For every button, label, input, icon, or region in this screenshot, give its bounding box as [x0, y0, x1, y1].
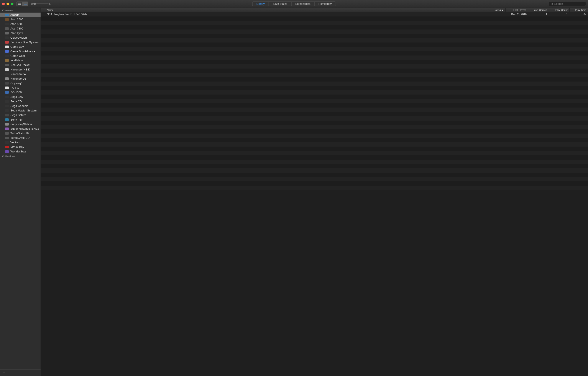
- table-row-empty: [41, 129, 588, 134]
- sidebar-item-label: Sony PlayStation: [11, 123, 32, 126]
- console-icon: [5, 109, 9, 112]
- svg-rect-1: [19, 3, 20, 3]
- slider-track[interactable]: [33, 3, 49, 4]
- console-icon: [5, 141, 9, 144]
- sidebar-item-neogeo-pocket[interactable]: NeoGeo Pocket: [0, 63, 41, 67]
- sidebar-item-game-gear[interactable]: Game Gear: [0, 53, 41, 58]
- sidebar-item-intellivision[interactable]: Intellivision: [0, 58, 41, 63]
- table-row-empty: [41, 47, 588, 51]
- console-icon: [5, 105, 9, 107]
- sidebar-item-vectrex[interactable]: Vectrex: [0, 140, 41, 145]
- tab-screenshots[interactable]: Screenshots: [291, 2, 314, 6]
- sidebar-item-label: Game Boy: [11, 45, 24, 48]
- close-window-button[interactable]: [2, 3, 5, 5]
- sidebar-item-arcade[interactable]: Arcade: [0, 13, 41, 17]
- tab-save-states[interactable]: Save States: [269, 2, 291, 6]
- list-view-button[interactable]: [22, 2, 28, 6]
- sidebar-item-colecovision[interactable]: ColecoVision: [0, 35, 41, 40]
- sidebar-item-game-boy-advance[interactable]: Game Boy Advance: [0, 49, 41, 53]
- grid-view-button[interactable]: [17, 2, 22, 6]
- sidebar-item-nintendo-nes-[interactable]: Nintendo (NES): [0, 67, 41, 72]
- grid-icon: [18, 3, 21, 5]
- sidebar-item-label: Sega CD: [11, 100, 22, 103]
- sidebar-item-atari-5200[interactable]: Atari 5200: [0, 22, 41, 26]
- sidebar-item-turbografx-cd[interactable]: TurboGrafx-CD: [0, 136, 41, 140]
- sidebar-item-atari-2600[interactable]: Atari 2600: [0, 17, 41, 22]
- minimize-window-button[interactable]: [7, 3, 9, 5]
- console-icon: [5, 18, 9, 21]
- sidebar-item-wonderswan[interactable]: WonderSwan: [0, 149, 41, 154]
- sidebar-scroll[interactable]: ConsolesArcadeAtari 2600Atari 5200Atari …: [0, 8, 41, 369]
- column-save-games[interactable]: Save Games: [528, 8, 549, 12]
- table-row-empty: [41, 186, 588, 190]
- sidebar-item-turbografx-16[interactable]: TurboGrafx-16: [0, 131, 41, 136]
- zoom-window-button[interactable]: [11, 3, 13, 5]
- table-row-empty: [41, 155, 588, 160]
- sidebar-item-label: Nintendo 64: [11, 73, 26, 76]
- cell-save: 1: [528, 13, 549, 16]
- sidebar-item-nintendo-ds[interactable]: Nintendo DS: [0, 76, 41, 81]
- tab-homebrew[interactable]: Homebrew: [315, 2, 335, 6]
- column-last-played[interactable]: Last Played: [505, 8, 528, 12]
- sidebar-item-game-boy[interactable]: Game Boy: [0, 44, 41, 49]
- table-row-empty: [41, 112, 588, 116]
- sidebar-item-label: SG-1000: [11, 91, 22, 94]
- app-window: LibrarySave StatesScreenshotsHomebrew Co…: [0, 0, 588, 376]
- sidebar-item-sega-saturn[interactable]: Sega Saturn: [0, 113, 41, 117]
- column-play-time[interactable]: Play Time: [570, 8, 588, 12]
- sidebar-item-sega-32x[interactable]: Sega 32X: [0, 94, 41, 99]
- console-icon: [5, 100, 9, 103]
- table-row[interactable]: NBA Hangtime (rev L1.1 04/16/96)Dec 25, …: [41, 12, 588, 16]
- column-play-count[interactable]: Play Count: [549, 8, 570, 12]
- sidebar-item-virtual-boy[interactable]: Virtual Boy: [0, 145, 41, 149]
- sidebar-item-sega-cd[interactable]: Sega CD: [0, 99, 41, 104]
- svg-rect-3: [18, 4, 19, 5]
- console-icon: [5, 14, 9, 16]
- sidebar-item-sg-1000[interactable]: SG-1000: [0, 90, 41, 94]
- grid-size-slider[interactable]: [31, 3, 51, 5]
- add-collection-button[interactable]: ＋: [2, 371, 6, 375]
- console-icon: [5, 127, 9, 130]
- cell-time: 6s: [570, 13, 588, 16]
- column-blank[interactable]: [41, 8, 45, 12]
- sidebar-item-atari-7800[interactable]: Atari 7800: [0, 26, 41, 31]
- sidebar-item-super-nintendo-snes-[interactable]: Super Nintendo (SNES): [0, 126, 41, 131]
- tab-library[interactable]: Library: [253, 2, 269, 6]
- column-name[interactable]: Name: [45, 8, 489, 12]
- console-icon: [5, 68, 9, 71]
- sidebar-item-famicom-disk-system[interactable]: Famicom Disk System: [0, 40, 41, 44]
- table-row-empty: [41, 173, 588, 177]
- sidebar-item-sony-playstation[interactable]: Sony PlayStation: [0, 122, 41, 126]
- sidebar-item-odyssey-[interactable]: Odyssey²: [0, 81, 41, 85]
- search-input[interactable]: [554, 2, 584, 5]
- sidebar-item-sega-master-system[interactable]: Sega Master System: [0, 108, 41, 113]
- sidebar-item-sony-psp[interactable]: Sony PSP: [0, 117, 41, 122]
- column-play-count-label: Play Count: [556, 9, 568, 11]
- sidebar-item-atari-lynx[interactable]: Atari Lynx: [0, 31, 41, 35]
- table-row-empty: [41, 142, 588, 146]
- sidebar-item-sega-genesis[interactable]: Sega Genesis: [0, 104, 41, 108]
- search-field[interactable]: [549, 2, 586, 6]
- slider-knob[interactable]: [33, 3, 36, 5]
- svg-point-9: [551, 3, 552, 4]
- sidebar-item-pc-fx[interactable]: PC-FX: [0, 85, 41, 90]
- table-row-empty: [41, 55, 588, 60]
- column-rating[interactable]: Rating▲: [489, 8, 505, 12]
- table-row-empty: [41, 181, 588, 186]
- table-row-empty: [41, 82, 588, 86]
- large-size-icon: [50, 3, 51, 5]
- sidebar-item-nintendo-64[interactable]: Nintendo 64: [0, 72, 41, 76]
- table-body[interactable]: NBA Hangtime (rev L1.1 04/16/96)Dec 25, …: [41, 12, 588, 376]
- small-size-icon: [31, 3, 32, 5]
- sidebar-section-consoles: Consoles: [0, 8, 41, 13]
- sidebar-item-label: Game Boy Advance: [11, 50, 35, 53]
- table-row-empty: [41, 103, 588, 108]
- table-row-empty: [41, 38, 588, 42]
- svg-rect-7: [24, 4, 27, 4]
- table-row-empty: [41, 69, 588, 73]
- console-icon: [5, 146, 9, 148]
- svg-line-10: [552, 4, 553, 5]
- table-row-empty: [41, 121, 588, 125]
- table-row-empty: [41, 64, 588, 69]
- section-tabs: LibrarySave StatesScreenshotsHomebrew: [252, 1, 336, 6]
